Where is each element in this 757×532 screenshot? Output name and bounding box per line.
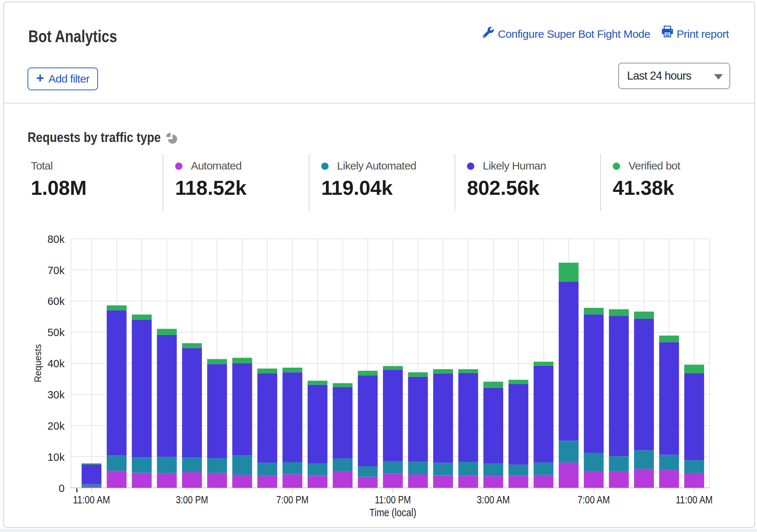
svg-text:80k: 80k — [47, 233, 65, 245]
svg-text:11:00 AM: 11:00 AM — [73, 494, 110, 506]
svg-text:3:00 AM: 3:00 AM — [477, 494, 510, 506]
svg-text:7:00 PM: 7:00 PM — [276, 494, 309, 506]
svg-text:Requests: Requests — [32, 344, 43, 382]
svg-text:40k: 40k — [47, 358, 65, 369]
svg-text:11:00 AM: 11:00 AM — [675, 494, 713, 506]
svg-text:3:00 PM: 3:00 PM — [176, 494, 208, 506]
svg-text:7:00 AM: 7:00 AM — [577, 494, 610, 506]
svg-text:50k: 50k — [47, 327, 65, 338]
svg-text:70k: 70k — [47, 265, 65, 276]
svg-text:Time (local): Time (local) — [369, 507, 416, 518]
svg-text:20k: 20k — [47, 420, 65, 432]
svg-text:0: 0 — [59, 482, 65, 494]
svg-text:60k: 60k — [47, 295, 65, 307]
svg-text:10k: 10k — [47, 451, 65, 463]
svg-text:11:00 PM: 11:00 PM — [375, 494, 411, 506]
svg-text:30k: 30k — [47, 389, 65, 401]
